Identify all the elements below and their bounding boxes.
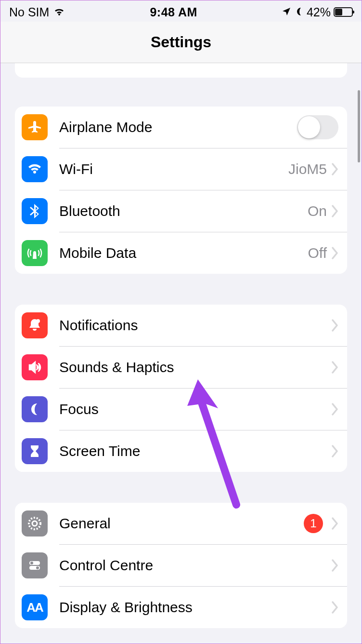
chevron-right-icon [332,361,338,374]
notifications-row[interactable]: Notifications [15,305,347,346]
bluetooth-label: Bluetooth [59,203,308,219]
network-group: Airplane Mode Wi-Fi JioM5 Bluetooth On [15,107,347,274]
sounds-label: Sounds & Haptics [59,359,332,376]
airplane-label: Airplane Mode [59,119,297,135]
bell-icon [22,312,48,338]
svg-point-4 [30,562,33,564]
bluetooth-detail: On [308,203,327,219]
aa-icon: AA [22,594,48,620]
chevron-right-icon [332,517,338,530]
sounds-haptics-row[interactable]: Sounds & Haptics [15,347,347,388]
bluetooth-icon [22,198,48,224]
svg-point-2 [32,521,37,526]
control-centre-label: Control Centre [59,557,332,574]
svg-point-1 [29,518,40,529]
slider-icon [22,552,48,578]
notifications-label: Notifications [59,317,332,334]
mobile-data-row[interactable]: Mobile Data Off [15,232,347,274]
status-time: 9:48 AM [150,5,197,19]
screen-time-label: Screen Time [59,443,332,459]
general-badge: 1 [304,514,323,533]
wifi-status-icon [53,5,65,19]
bluetooth-row[interactable]: Bluetooth On [15,190,347,232]
battery-percentage: 42% [307,5,331,19]
gear-icon [22,510,48,537]
settings-scroll[interactable]: Airplane Mode Wi-Fi JioM5 Bluetooth On [0,63,362,644]
wifi-row[interactable]: Wi-Fi JioM5 [15,148,347,190]
wifi-icon [22,156,48,182]
airplane-toggle[interactable] [297,115,338,139]
screen-time-row[interactable]: Screen Time [15,430,347,472]
hourglass-icon [22,438,48,464]
display-brightness-row[interactable]: AA Display & Brightness [15,587,347,628]
page-title: Settings [151,33,211,51]
carrier-text: No SIM [9,5,49,19]
wifi-detail: JioM5 [288,161,327,177]
chevron-right-icon [332,319,338,332]
chevron-right-icon [332,247,338,259]
focus-moon-icon [22,396,48,422]
svg-point-6 [36,566,39,569]
alerts-group: Notifications Sounds & Haptics Focus [15,305,347,472]
scroll-indicator [358,90,360,162]
focus-row[interactable]: Focus [15,389,347,430]
focus-label: Focus [59,401,332,417]
control-centre-row[interactable]: Control Centre [15,545,347,586]
chevron-right-icon [332,445,338,457]
moon-icon [294,5,304,19]
chevron-right-icon [332,163,338,175]
battery-icon [334,7,353,17]
nav-header: Settings [0,22,362,63]
general-row[interactable]: General 1 [15,503,347,544]
general-label: General [59,515,304,532]
cellular-icon [22,240,48,266]
mobile-data-detail: Off [308,245,327,261]
wifi-label: Wi-Fi [59,161,288,177]
mobile-data-label: Mobile Data [59,245,308,261]
previous-group-peek [15,63,347,78]
chevron-right-icon [332,559,338,572]
speaker-icon [22,354,48,380]
status-bar: No SIM 9:48 AM 42% [0,0,362,22]
chevron-right-icon [332,403,338,416]
chevron-right-icon [332,205,338,217]
airplane-icon [22,114,48,140]
chevron-right-icon [332,601,338,614]
airplane-mode-row[interactable]: Airplane Mode [15,107,347,148]
location-icon [282,5,291,19]
display-label: Display & Brightness [59,599,332,616]
system-group: General 1 Control Centre AA Display & Br… [15,503,347,628]
svg-point-0 [36,319,40,323]
